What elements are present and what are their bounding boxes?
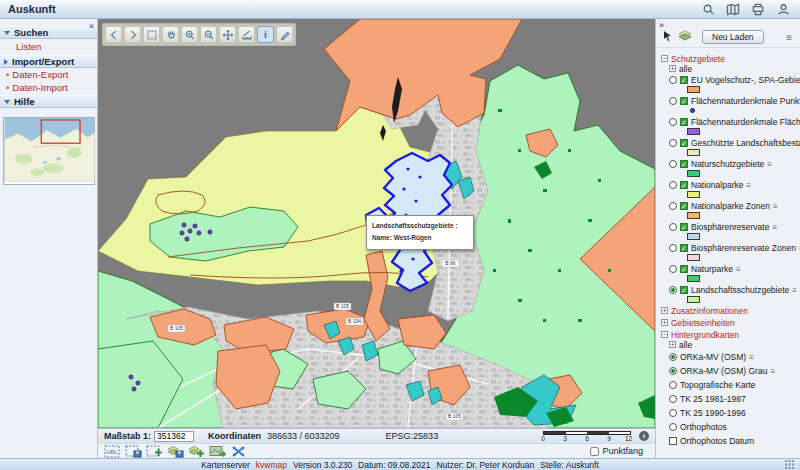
sidebar-section-import-export[interactable]: Import/Export (0, 55, 97, 68)
layer-label[interactable]: Naturschutzgebiete (691, 159, 764, 169)
layer-radio[interactable] (669, 76, 677, 84)
layer-label[interactable]: ORKa-MV (OSM) (680, 352, 746, 362)
footer-app-link[interactable]: kvwmap (256, 460, 287, 470)
sidebar-section-suchen[interactable]: Suchen (0, 26, 97, 39)
expand-group-icon[interactable]: + (661, 319, 668, 326)
expand-all-icon[interactable]: + (669, 65, 676, 72)
layer-radio[interactable] (669, 409, 677, 417)
layer-label[interactable]: Nationalparke Zonen (691, 201, 770, 211)
extent-url-button[interactable]: URL (103, 445, 121, 458)
scale-input[interactable] (154, 431, 194, 442)
edit-pencil-button[interactable] (276, 26, 293, 43)
zoom-out-button[interactable] (200, 26, 217, 43)
layer-checkbox[interactable] (669, 437, 677, 445)
layer-group-label[interactable]: Zusatzinformationen (671, 306, 748, 316)
search-icon[interactable] (699, 2, 717, 16)
layer-radio[interactable] (669, 202, 677, 210)
layer-checkbox[interactable]: ✓ (680, 202, 688, 210)
layer-label[interactable]: TK 25 1981-1987 (680, 394, 746, 404)
expand-group-icon[interactable]: + (661, 307, 668, 314)
layer-group-label[interactable]: Gebietseinheiten (671, 318, 735, 328)
layers-save-button[interactable] (166, 445, 184, 458)
reload-button[interactable]: Neu Laden (702, 30, 764, 44)
layer-radio[interactable] (669, 286, 677, 294)
layer-radio[interactable] (669, 381, 677, 389)
sidebar-item-daten-export[interactable]: •Daten-Export (0, 68, 97, 81)
layer-checkbox[interactable]: ✓ (680, 97, 688, 105)
layers-icon[interactable] (678, 30, 692, 44)
layer-label[interactable]: EU Vogelschutz-, SPA-Gebiete (691, 75, 800, 85)
layer-menu-icon[interactable]: ≡ (770, 367, 775, 376)
user-icon[interactable] (774, 2, 792, 16)
layer-menu-icon[interactable]: ≡ (749, 353, 754, 362)
layer-radio[interactable] (669, 223, 677, 231)
layer-menu-icon[interactable]: ≡ (767, 160, 772, 169)
collapse-group-icon[interactable]: − (661, 331, 668, 338)
sidebar-item-daten-import[interactable]: •Daten-Import (0, 81, 97, 94)
layer-group-label[interactable]: Schutzgebiete (671, 54, 725, 64)
map-export-button[interactable] (208, 445, 226, 458)
layer-label[interactable]: Flächennaturdenkmale Flächen (691, 117, 800, 127)
layer-label[interactable]: ORKa-MV (OSM) Grau (680, 366, 767, 376)
extent-add-button[interactable] (145, 445, 163, 458)
layer-menu-icon[interactable]: ≡ (736, 265, 741, 274)
layer-menu-icon[interactable]: ≡ (792, 286, 797, 295)
forward-button[interactable] (124, 26, 141, 43)
print-icon[interactable] (749, 2, 767, 16)
layer-label[interactable]: Orthophotos (680, 422, 727, 432)
select-arrow-icon[interactable] (662, 30, 674, 44)
collapse-group-icon[interactable]: − (661, 55, 668, 62)
layer-checkbox[interactable]: ✓ (680, 265, 688, 273)
layer-menu-icon[interactable]: ≡ (773, 202, 778, 211)
layer-label[interactable]: Orthophotos Datum (680, 436, 754, 446)
sidebar-item-listen[interactable]: Listen (0, 39, 97, 54)
punktfang-checkbox[interactable] (590, 447, 599, 456)
layers-add-button[interactable] (187, 445, 205, 458)
layer-radio[interactable] (669, 160, 677, 168)
identify-button[interactable]: i (257, 26, 274, 43)
layer-label[interactable]: Topografische Karte (680, 380, 756, 390)
layer-radio[interactable] (669, 118, 677, 126)
panel-menu-icon[interactable]: ≡ (786, 32, 792, 43)
sidebar-collapse-icon[interactable]: « (89, 21, 94, 31)
layer-checkbox[interactable]: ✓ (680, 223, 688, 231)
layer-checkbox[interactable]: ✓ (680, 118, 688, 126)
layer-radio[interactable] (669, 244, 677, 252)
layer-checkbox[interactable]: ✓ (680, 160, 688, 168)
layer-radio[interactable] (669, 395, 677, 403)
layer-label[interactable]: Biosphärenreservate (691, 222, 769, 232)
layer-label[interactable]: Naturparke (691, 264, 733, 274)
layer-label[interactable]: Landschaftsschutzgebiete (691, 285, 789, 295)
back-button[interactable] (105, 26, 122, 43)
alle-label[interactable]: alle (679, 340, 692, 350)
recenter-button[interactable] (219, 26, 236, 43)
layer-radio[interactable] (669, 423, 677, 431)
overview-map[interactable] (3, 117, 95, 185)
layer-checkbox[interactable]: ✓ (680, 139, 688, 147)
pan-hand-button[interactable] (162, 26, 179, 43)
layer-radio[interactable] (669, 367, 677, 375)
layer-menu-icon[interactable]: ≡ (772, 223, 777, 232)
layer-label[interactable]: Nationalparke (691, 180, 743, 190)
layer-group-label[interactable]: Hintergrundkarten (671, 330, 739, 340)
layer-radio[interactable] (669, 265, 677, 273)
measure-button[interactable] (238, 26, 255, 43)
full-extent-button[interactable] (229, 445, 247, 458)
layer-checkbox[interactable]: ✓ (680, 244, 688, 252)
layer-radio[interactable] (669, 97, 677, 105)
layer-label[interactable]: Flächennaturdenkmale Punkte (691, 96, 800, 106)
resize-handle-icon[interactable] (785, 460, 794, 470)
layer-label[interactable]: TK 25 1990-1996 (680, 408, 746, 418)
layer-checkbox[interactable]: ✓ (680, 286, 688, 294)
layer-radio[interactable] (669, 181, 677, 189)
zoom-in-button[interactable] (181, 26, 198, 43)
alle-label[interactable]: alle (679, 64, 692, 74)
layer-menu-icon[interactable]: ≡ (746, 181, 751, 190)
zoom-box-button[interactable] (143, 26, 160, 43)
layer-checkbox[interactable]: ✓ (680, 76, 688, 84)
extent-save-button[interactable] (124, 445, 142, 458)
layer-radio[interactable] (669, 139, 677, 147)
panel-collapse-icon[interactable]: » (659, 20, 664, 30)
info-circle-icon[interactable]: i (639, 431, 649, 441)
layer-radio[interactable] (669, 353, 677, 361)
